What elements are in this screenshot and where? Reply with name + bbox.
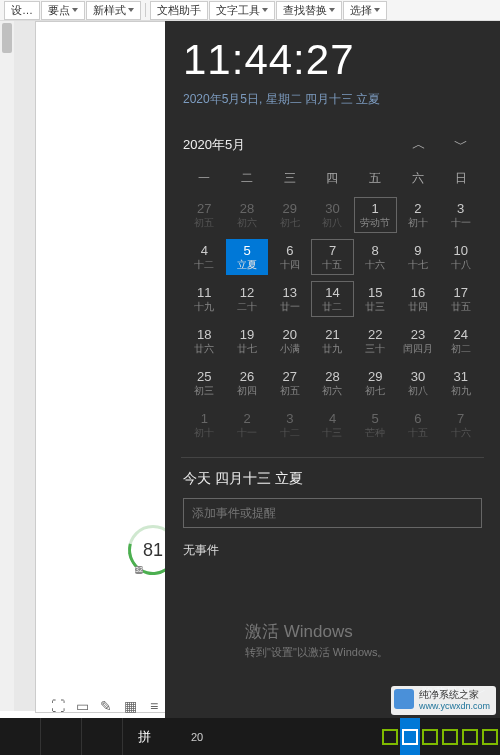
month-navigation: 2020年5月 ︿ ﹀ [183,136,482,154]
calendar-day[interactable]: 16廿四 [397,281,440,317]
calendar-day[interactable]: 21廿九 [311,323,354,359]
calendar-day[interactable]: 2初十 [397,197,440,233]
taskbar-clock[interactable]: 20 [191,731,203,743]
chevron-down-icon [329,8,335,12]
separator [145,3,146,17]
calendar-day[interactable]: 28初六 [226,197,269,233]
divider [181,457,484,458]
site-watermark: 纯净系统之家 www.ycwxdn.com [391,686,496,715]
vertical-scrollbar[interactable] [0,21,14,711]
document-page[interactable] [35,21,167,713]
taskbar-option-grid [380,718,500,755]
calendar-day[interactable]: 20小满 [268,323,311,359]
next-month-chevron-icon[interactable]: ﹀ [440,136,482,154]
calendar-day[interactable]: 30初八 [397,365,440,401]
calendar-day[interactable]: 28初六 [311,365,354,401]
calendar-day[interactable]: 7十六 [439,407,482,443]
toolbar-item[interactable]: 设… [4,1,40,20]
dow-header: 五 [354,166,397,191]
taskbar-option[interactable] [420,718,440,755]
calendar-day[interactable]: 3十二 [268,407,311,443]
taskbar-option[interactable] [460,718,480,755]
dow-header: 六 [397,166,440,191]
calendar-day[interactable]: 22三十 [354,323,397,359]
reading-layout-icon[interactable]: ▭ [72,696,92,716]
calendar-day[interactable]: 19廿七 [226,323,269,359]
page-layout-icon[interactable]: ▦ [120,696,140,716]
calendar-day[interactable]: 24初二 [439,323,482,359]
calendar-day[interactable]: 15廿三 [354,281,397,317]
add-event-input[interactable] [183,498,482,528]
taskbar-app[interactable] [82,718,123,755]
calendar-day[interactable]: 7十五 [311,239,354,275]
fullscreen-icon[interactable]: ⛶ [48,696,68,716]
calendar-day[interactable]: 3十一 [439,197,482,233]
toolbar-item[interactable]: 文字工具 [209,1,275,20]
calendar-day[interactable]: 8十六 [354,239,397,275]
calendar-day[interactable]: 31初九 [439,365,482,401]
watermark-url: www.ycwxdn.com [419,701,490,712]
taskbar-option[interactable] [380,718,400,755]
toolbar-item[interactable]: 要点 [41,1,85,20]
calendar-grid: 一二三四五六日27初五28初六29初七30初八1劳动节2初十3十一4十二5立夏6… [183,166,482,443]
calendar-day[interactable]: 25初三 [183,365,226,401]
calendar-day[interactable]: 26初四 [226,365,269,401]
scroll-thumb[interactable] [2,23,12,53]
gauge-sub: 32 [135,566,143,574]
watermark-logo-icon [394,689,414,709]
taskbar-option[interactable] [400,718,420,755]
calendar-day[interactable]: 6十五 [397,407,440,443]
toolbar-item[interactable]: 新样式 [86,1,141,20]
status-bar-icons: ⛶ ▭ ✎ ▦ ≡ [48,696,164,716]
toolbar-item[interactable]: 选择 [343,1,387,20]
chevron-down-icon [128,8,134,12]
calendar-day[interactable]: 9十七 [397,239,440,275]
edit-icon[interactable]: ✎ [96,696,116,716]
calendar-day[interactable]: 5芒种 [354,407,397,443]
clock-date-line[interactable]: 2020年5月5日, 星期二 四月十三 立夏 [183,91,482,108]
calendar-day[interactable]: 1初十 [183,407,226,443]
calendar-day[interactable]: 6十四 [268,239,311,275]
calendar-day[interactable]: 29初七 [268,197,311,233]
calendar-day[interactable]: 23闰四月 [397,323,440,359]
calendar-day[interactable]: 1劳动节 [354,197,397,233]
taskbar: 拼 20 [0,718,500,755]
no-event-label: 无事件 [183,542,482,559]
ime-indicator[interactable]: 拼 [128,718,161,755]
calendar-day[interactable]: 18廿六 [183,323,226,359]
taskbar-option[interactable] [480,718,500,755]
calendar-day[interactable]: 29初七 [354,365,397,401]
taskbar-option[interactable] [440,718,460,755]
today-lunar-label: 今天 四月十三 立夏 [183,470,482,488]
outline-icon[interactable]: ≡ [144,696,164,716]
calendar-day[interactable]: 14廿二 [311,281,354,317]
toolbar-item[interactable]: 查找替换 [276,1,342,20]
calendar-day[interactable]: 4十三 [311,407,354,443]
taskbar-app[interactable] [41,718,82,755]
chevron-down-icon [374,8,380,12]
wps-toolbar: 设… 要点 新样式 文档助手 文字工具 查找替换 选择 [0,0,500,21]
calendar-day[interactable]: 12二十 [226,281,269,317]
calendar-day[interactable]: 13廿一 [268,281,311,317]
calendar-day[interactable]: 17廿五 [439,281,482,317]
taskbar-app[interactable] [0,718,41,755]
calendar-day[interactable]: 5立夏 [226,239,269,275]
month-label[interactable]: 2020年5月 [183,136,398,154]
dow-header: 三 [268,166,311,191]
calendar-day[interactable]: 30初八 [311,197,354,233]
clock-time: 11:44:27 [183,39,482,81]
calendar-day[interactable]: 11十九 [183,281,226,317]
activate-title: 激活 Windows [245,620,389,643]
activate-windows-watermark: 激活 Windows 转到"设置"以激活 Windows。 [245,620,389,660]
calendar-day[interactable]: 10十八 [439,239,482,275]
dow-header: 日 [439,166,482,191]
calendar-day[interactable]: 27初五 [268,365,311,401]
prev-month-chevron-icon[interactable]: ︿ [398,136,440,154]
toolbar-item[interactable]: 文档助手 [150,1,208,20]
taskbar-apps [0,718,123,755]
calendar-day[interactable]: 27初五 [183,197,226,233]
calendar-day[interactable]: 4十二 [183,239,226,275]
calendar-day[interactable]: 2十一 [226,407,269,443]
activate-sub: 转到"设置"以激活 Windows。 [245,645,389,660]
chevron-down-icon [262,8,268,12]
